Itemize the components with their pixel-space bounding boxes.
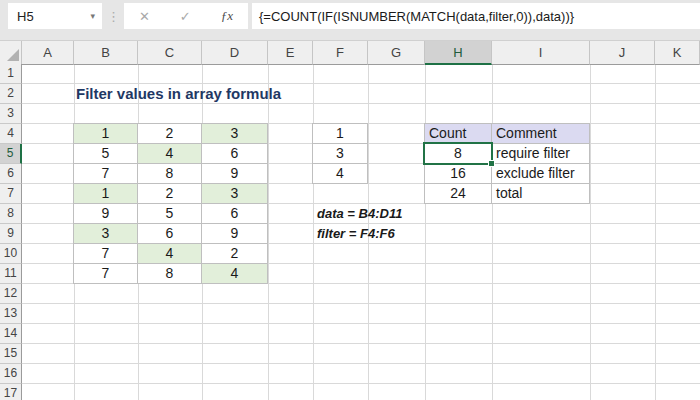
cell[interactable]: total bbox=[492, 184, 590, 204]
select-all-corner[interactable] bbox=[0, 41, 22, 65]
cell[interactable]: 6 bbox=[138, 224, 202, 244]
row-header-8[interactable]: 8 bbox=[0, 204, 22, 224]
range-annotation[interactable]: filter = F4:F6 bbox=[317, 224, 395, 244]
cell[interactable]: 3 bbox=[202, 124, 268, 144]
cell[interactable]: 7 bbox=[74, 264, 138, 284]
cell[interactable]: 1 bbox=[74, 124, 138, 144]
row-header-9[interactable]: 9 bbox=[0, 224, 22, 244]
cell[interactable]: exclude filter bbox=[492, 164, 590, 184]
filter-table: 134 bbox=[312, 123, 368, 184]
cell[interactable]: 8 bbox=[138, 164, 202, 184]
data-table: 123546789123956369742784 bbox=[73, 123, 268, 284]
column-header-D[interactable]: D bbox=[202, 41, 268, 65]
fill-handle[interactable] bbox=[488, 160, 495, 167]
column-header-H[interactable]: H bbox=[425, 41, 492, 65]
cell[interactable]: 4 bbox=[138, 244, 202, 264]
cell[interactable]: 4 bbox=[313, 164, 368, 184]
row-header-5[interactable]: 5 bbox=[0, 144, 22, 164]
cell[interactable]: 6 bbox=[202, 204, 268, 224]
row-header-7[interactable]: 7 bbox=[0, 184, 22, 204]
cell[interactable]: 24 bbox=[425, 184, 492, 204]
column-header-B[interactable]: B bbox=[74, 41, 138, 65]
gridline bbox=[590, 64, 591, 400]
separator-dots-icon: ⋮ bbox=[107, 3, 120, 29]
row-header-4[interactable]: 4 bbox=[0, 124, 22, 144]
selected-cell-outline bbox=[423, 142, 493, 165]
cell[interactable]: 3 bbox=[313, 144, 368, 164]
cell[interactable]: 9 bbox=[202, 164, 268, 184]
enter-icon[interactable]: ✓ bbox=[180, 9, 191, 24]
range-annotation[interactable]: data = B4:D11 bbox=[317, 204, 402, 224]
row-header-17[interactable]: 17 bbox=[0, 384, 22, 400]
cell[interactable]: 6 bbox=[202, 144, 268, 164]
column-header-I[interactable]: I bbox=[492, 41, 590, 65]
column-header-A[interactable]: A bbox=[22, 41, 74, 65]
select-all-triangle-icon bbox=[7, 49, 19, 61]
cancel-icon[interactable]: ✕ bbox=[139, 9, 150, 24]
page-title: Filter values in array formula bbox=[76, 84, 281, 104]
column-header-E[interactable]: E bbox=[268, 41, 313, 65]
cell[interactable]: 5 bbox=[74, 144, 138, 164]
cell[interactable]: 2 bbox=[202, 244, 268, 264]
cell[interactable]: 9 bbox=[202, 224, 268, 244]
row-header-1[interactable]: 1 bbox=[0, 64, 22, 84]
cell[interactable]: 1 bbox=[313, 124, 368, 144]
gridline bbox=[425, 64, 426, 400]
cell[interactable]: 9 bbox=[74, 204, 138, 224]
cell[interactable]: 7 bbox=[74, 244, 138, 264]
gridline bbox=[313, 64, 314, 400]
cell[interactable]: 2 bbox=[138, 124, 202, 144]
row-header-3[interactable]: 3 bbox=[0, 104, 22, 124]
column-header-F[interactable]: F bbox=[313, 41, 368, 65]
insert-function-icon[interactable]: ƒx bbox=[221, 8, 233, 24]
gridline bbox=[492, 64, 493, 400]
cell[interactable]: 4 bbox=[138, 144, 202, 164]
cell[interactable]: 5 bbox=[138, 204, 202, 224]
formula-input[interactable]: {=COUNT(IF(ISNUMBER(MATCH(data,filter,0)… bbox=[252, 3, 700, 29]
row-header-13[interactable]: 13 bbox=[0, 304, 22, 324]
cell[interactable]: Comment bbox=[492, 124, 590, 144]
row-header-2[interactable]: 2 bbox=[0, 84, 22, 104]
cell[interactable]: 16 bbox=[425, 164, 492, 184]
row-header-15[interactable]: 15 bbox=[0, 344, 22, 364]
name-box[interactable]: H5 ▾ bbox=[8, 3, 102, 29]
cell[interactable]: 8 bbox=[138, 264, 202, 284]
column-header-J[interactable]: J bbox=[590, 41, 655, 65]
gridline bbox=[655, 64, 656, 400]
cell[interactable]: 7 bbox=[74, 164, 138, 184]
column-header-G[interactable]: G bbox=[368, 41, 425, 65]
name-box-value: H5 bbox=[17, 9, 34, 24]
cell[interactable]: Count bbox=[425, 124, 492, 144]
formula-bar-buttons: ✕ ✓ ƒx bbox=[124, 3, 248, 29]
cell[interactable]: 4 bbox=[202, 264, 268, 284]
cell[interactable]: 3 bbox=[74, 224, 138, 244]
cell[interactable]: 1 bbox=[74, 184, 138, 204]
column-header-C[interactable]: C bbox=[138, 41, 202, 65]
name-box-dropdown-icon[interactable]: ▾ bbox=[90, 11, 95, 21]
cell[interactable]: 2 bbox=[138, 184, 202, 204]
cell[interactable]: 3 bbox=[202, 184, 268, 204]
row-header-12[interactable]: 12 bbox=[0, 284, 22, 304]
row-header-16[interactable]: 16 bbox=[0, 364, 22, 384]
cell[interactable]: require filter bbox=[492, 144, 590, 164]
column-header-row: ABCDEFGHIJK bbox=[0, 40, 700, 64]
spreadsheet-grid: Filter values in array formula1235467891… bbox=[0, 40, 700, 400]
cells-area[interactable]: Filter values in array formula1235467891… bbox=[22, 64, 700, 400]
gridline bbox=[268, 64, 269, 400]
column-header-K[interactable]: K bbox=[655, 41, 700, 65]
row-header-6[interactable]: 6 bbox=[0, 164, 22, 184]
row-header-11[interactable]: 11 bbox=[0, 264, 22, 284]
row-header-10[interactable]: 10 bbox=[0, 244, 22, 264]
formula-bar: H5 ▾ ⋮ ✕ ✓ ƒx {=COUNT(IF(ISNUMBER(MATCH(… bbox=[0, 0, 700, 40]
row-header-14[interactable]: 14 bbox=[0, 324, 22, 344]
